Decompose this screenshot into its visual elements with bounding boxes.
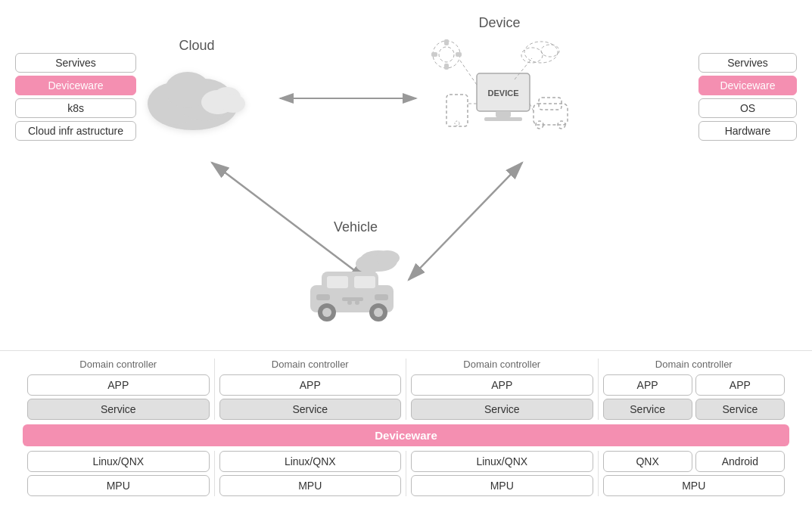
vehicle-icon: [303, 240, 409, 323]
device-label: Device: [424, 15, 575, 31]
svg-rect-14: [431, 52, 437, 57]
svg-line-29: [460, 61, 477, 85]
dc-label-3: Domain controller: [411, 359, 593, 370]
qnx-box-4: QNX: [603, 451, 692, 472]
right-hardware: Hardware: [698, 121, 797, 141]
left-k8s: k8s: [15, 98, 136, 118]
left-cloud-infra: Cloud infr astructure: [15, 121, 136, 141]
os-col-1: Linux/QNX MPU: [23, 451, 215, 496]
svg-point-18: [541, 45, 559, 57]
vehicle-area: Vehicle: [303, 219, 409, 326]
svg-point-11: [439, 47, 454, 62]
domain-col-4: Domain controller APP APP Service Servic…: [599, 359, 790, 420]
service-box-3: Service: [411, 399, 593, 420]
app-row-4: APP APP: [603, 374, 786, 396]
left-stack: Servives Deviceware k8s Cloud infr astru…: [15, 53, 136, 141]
cloud-icon: [136, 58, 257, 134]
svg-point-53: [347, 300, 352, 305]
domain-grid: Domain controller APP Service Domain con…: [23, 359, 789, 420]
left-deviceware: Deviceware: [15, 76, 136, 95]
os-col-4: QNX Android MPU: [599, 451, 790, 496]
svg-rect-15: [456, 52, 462, 57]
svg-point-54: [355, 300, 359, 305]
right-deviceware: Deviceware: [698, 76, 797, 95]
svg-rect-48: [342, 297, 363, 301]
app-box-2: APP: [219, 374, 402, 396]
app-box-4a: APP: [603, 374, 692, 396]
app-box-3: APP: [411, 374, 593, 396]
svg-rect-47: [375, 294, 388, 300]
right-os: OS: [698, 98, 797, 118]
svg-point-50: [322, 308, 331, 317]
svg-text:DEVICE: DEVICE: [488, 89, 519, 98]
svg-rect-13: [444, 64, 449, 70]
svg-rect-23: [446, 95, 468, 126]
mpu-box-2: MPU: [219, 475, 402, 496]
app-box-4b: APP: [695, 374, 785, 396]
domain-col-2: Domain controller APP Service: [215, 359, 407, 420]
os-box-2: Linux/QNX: [219, 451, 402, 472]
mpu-box-3: MPU: [411, 475, 593, 496]
svg-rect-44: [327, 276, 348, 288]
vehicle-label: Vehicle: [303, 219, 409, 235]
service-box-2: Service: [219, 399, 402, 420]
right-stack: Servives Deviceware OS Hardware: [698, 53, 797, 141]
cloud-area: Cloud: [136, 38, 257, 137]
main-container: Servives Deviceware k8s Cloud infr astru…: [0, 0, 812, 528]
service-box-1: Service: [27, 399, 210, 420]
service-box-4b: Service: [695, 399, 785, 420]
app-box-1: APP: [27, 374, 210, 396]
domain-col-1: Domain controller APP Service: [23, 359, 215, 420]
service-row-4: Service Service: [603, 399, 786, 420]
dc-label-2: Domain controller: [219, 359, 402, 370]
svg-point-41: [375, 250, 400, 266]
domain-col-3: Domain controller APP Service: [406, 359, 599, 420]
service-box-4a: Service: [603, 399, 692, 420]
mpu-box-4: MPU: [603, 475, 786, 496]
android-box-4: Android: [695, 451, 785, 472]
deviceware-bar: Deviceware: [23, 424, 789, 446]
bottom-section: Domain controller APP Service Domain con…: [0, 350, 812, 528]
device-icon: DEVICE: [424, 36, 575, 141]
os-col-2: Linux/QNX MPU: [215, 451, 407, 496]
svg-point-24: [455, 121, 459, 126]
cloud-label: Cloud: [136, 38, 257, 54]
right-services: Servives: [698, 53, 797, 73]
dc-label-1: Domain controller: [27, 359, 210, 370]
svg-line-38: [409, 163, 522, 280]
os-grid: Linux/QNX MPU Linux/QNX MPU Linux/QNX MP…: [23, 451, 789, 496]
svg-rect-22: [484, 117, 522, 121]
svg-rect-12: [444, 39, 449, 45]
mpu-box-1: MPU: [27, 475, 210, 496]
svg-point-52: [374, 308, 383, 317]
device-area: Device: [424, 15, 575, 144]
top-section: Servives Deviceware k8s Cloud infr astru…: [0, 0, 812, 348]
horiz-arrow: [269, 83, 428, 113]
os-box-1: Linux/QNX: [27, 451, 210, 472]
svg-rect-21: [496, 111, 511, 117]
os-box-3: Linux/QNX: [411, 451, 593, 472]
left-services: Servives: [15, 53, 136, 73]
dc-label-4: Domain controller: [603, 359, 786, 370]
svg-rect-45: [354, 276, 375, 288]
svg-rect-46: [316, 294, 330, 300]
svg-point-6: [221, 95, 245, 113]
os-row-4: QNX Android: [603, 451, 786, 472]
os-col-3: Linux/QNX MPU: [406, 451, 599, 496]
